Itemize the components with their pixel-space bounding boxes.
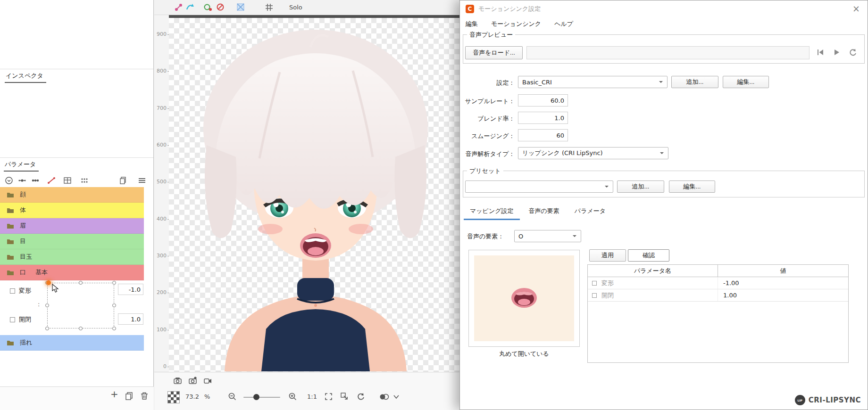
param-value-openclose[interactable] (118, 313, 143, 325)
keypoint-handle[interactable] (45, 327, 49, 330)
dot-grid-icon[interactable] (80, 176, 89, 185)
frame-view-icon[interactable] (340, 392, 350, 402)
snapshot-camera-icon[interactable] (173, 376, 183, 385)
apply-button[interactable]: 適用 (589, 249, 626, 262)
chevron-down-icon[interactable] (393, 394, 400, 400)
table-row[interactable]: 開閉 1.00 (588, 289, 848, 302)
param-folder-face[interactable]: 顔 (0, 187, 144, 203)
smoothing-label: スムージング : (460, 132, 513, 140)
table-row[interactable]: 変形 -1.00 (588, 277, 848, 289)
add-parameter-button[interactable]: + (110, 388, 118, 400)
tab-parameters[interactable]: パラメータ (4, 159, 39, 172)
panel-splitter[interactable] (0, 69, 153, 69)
menu-help[interactable]: ヘルプ (554, 20, 573, 28)
tab-parameters[interactable]: パラメータ (568, 204, 612, 220)
param-checkbox-deform[interactable] (10, 288, 15, 294)
cri-app-icon: C (466, 5, 474, 13)
setting-add-button[interactable]: 追加... (671, 76, 718, 88)
preset-combobox[interactable] (465, 180, 613, 193)
zoom-ratio-button[interactable]: 1:1 (307, 393, 317, 400)
motion-arrow-icon[interactable] (185, 3, 195, 12)
keypoint-handle[interactable] (79, 327, 83, 330)
setting-combobox[interactable]: Basic_CRI (518, 76, 668, 88)
keypoint-handle[interactable] (79, 281, 83, 285)
video-camera-icon[interactable] (203, 376, 213, 385)
confirm-button[interactable]: 確認 (628, 249, 669, 262)
menu-motionsync[interactable]: モーションシンク (491, 20, 541, 28)
play-icon[interactable] (832, 48, 841, 57)
close-icon[interactable]: × (851, 4, 862, 13)
copy-parameters-icon[interactable] (119, 176, 127, 185)
table-view-icon[interactable] (63, 176, 72, 185)
tab-audio-elements[interactable]: 音声の要素 (523, 204, 566, 220)
param-folder-mouth[interactable]: 口 基本 (0, 265, 144, 280)
transparency-toggle[interactable] (167, 391, 180, 403)
mesh-edit-icon[interactable] (236, 3, 246, 12)
skeleton-tool-icon[interactable] (174, 3, 184, 12)
row-param-name: 変形 (601, 279, 614, 287)
load-audio-button[interactable]: 音声をロード... (465, 46, 523, 59)
preset-edit-button[interactable]: 編集... (669, 180, 715, 193)
keypoint-handle[interactable] (112, 327, 116, 330)
sample-rate-field[interactable] (518, 94, 568, 107)
param-folder-swing[interactable]: 揺れ (0, 335, 144, 351)
zoom-slider-handle[interactable] (253, 394, 259, 400)
mouth-shape-graphic (501, 277, 548, 320)
solo-toggle[interactable]: Solo (289, 4, 302, 11)
audio-preview-group: 音声プレビュー 音声をロード... (463, 34, 865, 64)
keypoint-handle[interactable] (112, 303, 116, 307)
audio-file-field[interactable] (526, 46, 810, 59)
duplicate-icon[interactable] (125, 391, 134, 401)
zoom-unit: % (204, 393, 210, 400)
panel-splitter[interactable] (0, 157, 153, 158)
keyform-multi-icon[interactable] (31, 176, 40, 185)
camera-record-icon[interactable] (188, 376, 198, 385)
skip-start-icon[interactable] (816, 48, 825, 57)
folder-icon (7, 238, 14, 245)
param-checkbox-openclose[interactable] (10, 317, 15, 322)
param-folder-brow[interactable]: 眉 (0, 218, 144, 234)
keypoint-handle[interactable] (112, 281, 116, 285)
rotate-deformer-icon[interactable] (203, 3, 213, 12)
loop-icon[interactable] (849, 48, 857, 57)
mapping-parameter-table: パラメータ名 値 変形 -1.00 開閉 1.00 (587, 264, 849, 363)
smoothing-field[interactable] (518, 129, 568, 141)
row-checkbox[interactable] (592, 281, 597, 286)
blend-view-icon[interactable] (379, 392, 390, 402)
param-folder-eye[interactable]: 目 (0, 234, 144, 249)
row-param-value[interactable]: 1.00 (718, 289, 848, 301)
preset-add-button[interactable]: 追加... (617, 180, 664, 193)
analysis-type-combobox[interactable]: リップシンク (CRI LipSync) (518, 147, 668, 159)
row-checkbox[interactable] (592, 293, 597, 298)
keypoint-handle[interactable] (45, 303, 49, 307)
vowel-combobox[interactable]: O (514, 230, 581, 242)
zoom-out-icon[interactable] (228, 392, 237, 402)
folder-icon (7, 222, 14, 229)
grid-toggle-icon[interactable] (265, 3, 274, 12)
keyform-single-icon[interactable] (18, 176, 26, 185)
trash-icon[interactable] (140, 391, 149, 401)
character-artwork[interactable] (169, 18, 459, 372)
dialog-titlebar[interactable]: C モーションシンク設定 × (460, 0, 868, 17)
collapse-all-icon[interactable] (5, 176, 13, 185)
tab-inspector[interactable]: インスペクタ (5, 71, 46, 83)
menu-edit[interactable]: 編集 (466, 20, 478, 28)
zoom-value[interactable]: 73.2 (185, 393, 199, 400)
zoom-in-icon[interactable] (288, 392, 298, 402)
ruler-tick: 500 (154, 179, 167, 185)
forbid-icon[interactable] (216, 3, 225, 12)
zoom-slider-track[interactable] (243, 397, 280, 398)
tab-mapping-settings[interactable]: マッピング設定 (464, 204, 520, 220)
row-param-value[interactable]: -1.00 (718, 277, 848, 289)
rotate-view-icon[interactable] (356, 392, 366, 402)
param-folder-eyeball[interactable]: 目玉 (0, 249, 144, 265)
red-keyline-icon[interactable] (47, 176, 56, 185)
preset-group: プリセット 追加... 編集... (463, 171, 865, 197)
param-folder-body[interactable]: 体 (0, 203, 144, 218)
selected-keypoint[interactable] (46, 280, 51, 285)
param-value-deform[interactable] (118, 284, 143, 295)
setting-edit-button[interactable]: 編集... (723, 76, 769, 88)
blend-rate-field[interactable] (518, 112, 568, 124)
fit-view-icon[interactable] (324, 392, 334, 402)
panel-menu-icon[interactable] (138, 176, 146, 185)
